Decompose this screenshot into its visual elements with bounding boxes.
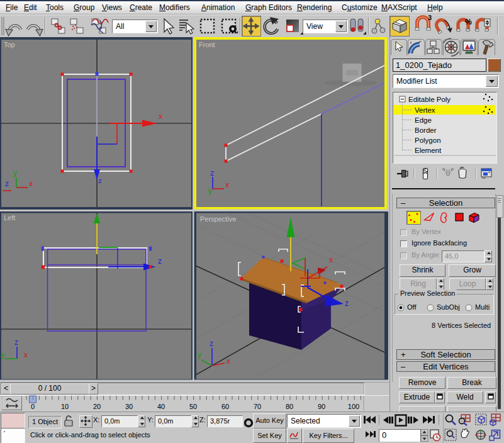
svg-text:30: 30 (125, 403, 133, 410)
svg-text:Left: Left (4, 214, 15, 222)
svg-text:x: x (29, 179, 33, 188)
svg-text:50: 50 (189, 403, 197, 410)
svg-text:60: 60 (221, 403, 229, 410)
svg-text:x: x (24, 350, 28, 359)
svg-text:Border: Border (415, 126, 437, 134)
svg-text:90: 90 (318, 403, 325, 410)
svg-text:y: y (13, 169, 17, 177)
svg-text:100: 100 (348, 403, 359, 410)
svg-text:x: x (329, 255, 333, 264)
svg-text:70: 70 (254, 403, 261, 410)
svg-text:z: z (345, 299, 349, 308)
svg-text:Vertex: Vertex (415, 106, 435, 114)
svg-text:80: 80 (286, 403, 293, 410)
svg-text:10: 10 (61, 403, 69, 410)
svg-text:Element: Element (415, 147, 442, 154)
svg-text:3: 3 (428, 15, 432, 21)
svg-text:0: 0 (382, 430, 386, 440)
svg-text:z: z (14, 338, 18, 347)
svg-text:z: z (98, 177, 102, 184)
svg-text:z: z (158, 257, 162, 266)
svg-text:Edge: Edge (415, 116, 432, 124)
svg-text:%: % (465, 18, 472, 26)
svg-text:20: 20 (93, 403, 101, 410)
svg-text:z: z (5, 179, 9, 188)
svg-text:y: y (1, 350, 5, 359)
svg-text:z: z (210, 169, 214, 177)
svg-text:Editable Poly: Editable Poly (408, 96, 451, 103)
svg-text:Top: Top (4, 41, 15, 48)
svg-text:z: z (210, 339, 213, 348)
svg-text:x: x (227, 357, 230, 366)
svg-text:40: 40 (157, 403, 165, 410)
svg-text:Front: Front (199, 41, 215, 48)
svg-text:x: x (225, 181, 229, 189)
svg-text:y: y (208, 186, 212, 195)
svg-text:0: 0 (31, 403, 35, 410)
svg-text:y: y (198, 350, 201, 359)
svg-text:Polygon: Polygon (415, 137, 441, 144)
svg-text:x: x (159, 112, 162, 121)
svg-text:Perspective: Perspective (200, 215, 236, 223)
